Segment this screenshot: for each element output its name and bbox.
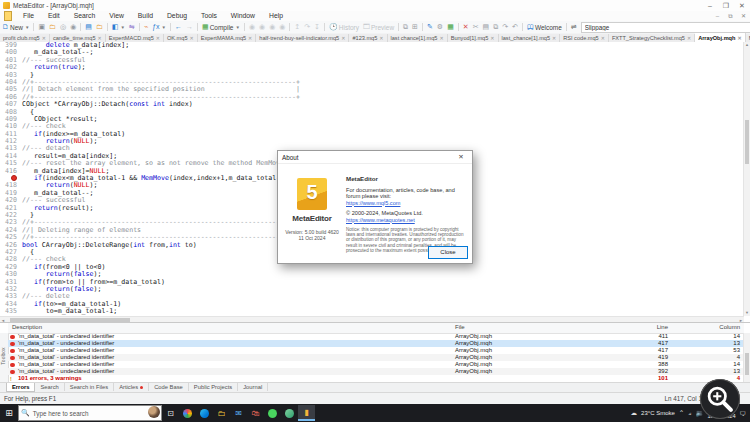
metaquotes-link[interactable]: https://www.metaquotes.net	[346, 217, 466, 224]
zoom-overlay-button[interactable]	[700, 379, 740, 419]
redo-button[interactable]: ↷	[500, 22, 510, 33]
telegram-icon[interactable]	[281, 405, 298, 421]
navigate-forward-button[interactable]: →	[184, 22, 195, 33]
error-row[interactable]: 'm_data_total' - undeclared identifierAr…	[8, 354, 744, 361]
file-explorer-icon[interactable]: 🗀	[213, 405, 230, 421]
about-button[interactable]: ◉	[68, 22, 78, 33]
tab-close-icon[interactable]: ✕	[98, 35, 102, 41]
notification-center-icon[interactable]: 🗨	[740, 410, 747, 417]
close-icon[interactable]: ✕	[734, 0, 750, 11]
tray-chevron-icon[interactable]: ⌃	[679, 409, 684, 417]
start-button[interactable]: ⊞	[0, 408, 18, 418]
open-file-button[interactable]: ▣	[36, 22, 47, 33]
step-into-button[interactable]: ↧	[312, 22, 322, 33]
tab-expertmama-mq5[interactable]: ExpertMAMA.mq5✕	[198, 34, 257, 42]
copy-path-button[interactable]: ⧉	[401, 22, 410, 33]
tab-close-icon[interactable]: ✕	[687, 35, 691, 41]
panel-tab-code-base[interactable]: Code Base	[149, 383, 189, 391]
maximize-icon[interactable]: ❐	[718, 0, 734, 11]
col-line[interactable]: Line	[618, 324, 668, 330]
step-out-button[interactable]: ↥	[292, 22, 302, 33]
error-row[interactable]: 'm_data_total' - undeclared identifierAr…	[8, 368, 744, 375]
mql5-link[interactable]: https://www.mql5.com	[346, 200, 466, 207]
tab-close-icon[interactable]: ✕	[379, 35, 383, 41]
debug-pause-button[interactable]: ◉	[257, 22, 267, 33]
save-button[interactable]: ▤	[83, 22, 94, 33]
menu-window[interactable]: Window	[224, 12, 262, 19]
history-button[interactable]: 🕒History	[327, 22, 361, 33]
settings-button[interactable]: ⚙	[435, 22, 445, 33]
tab-last-chance-1-mq5[interactable]: last chance[1].mq5✕	[388, 34, 448, 42]
tab-rsi-code-mq5[interactable]: RSI code.mq5✕	[560, 34, 609, 42]
edge-icon[interactable]	[196, 405, 213, 421]
panel-tab-errors[interactable]: Errors	[6, 383, 35, 392]
minimize-icon[interactable]: –	[702, 0, 718, 11]
tab-close-icon[interactable]: ✕	[601, 35, 605, 41]
menu-help[interactable]: Help	[262, 12, 290, 19]
paste-button[interactable]: ▤	[481, 22, 492, 33]
panel-tab-search[interactable]: Search	[35, 383, 64, 391]
tab-close-icon[interactable]: ✕	[156, 35, 160, 41]
panel-tab-search-in-files[interactable]: Search in Files	[65, 383, 114, 391]
tab-close-icon[interactable]: ✕	[341, 35, 345, 41]
error-row[interactable]: 'm_data_total' - undeclared identifierAr…	[8, 347, 744, 354]
about-close-button[interactable]: Close	[428, 246, 468, 259]
col-column[interactable]: Column	[688, 324, 740, 330]
error-row[interactable]: 'm_data_total' - undeclared identifierAr…	[8, 340, 744, 347]
panel-tab-articles[interactable]: Articles	[114, 383, 149, 391]
tab-profit-club-mq5[interactable]: profit club.mq5✕	[0, 34, 50, 42]
tab-last-chance-1-mq5[interactable]: last_chance[1].mq5✕	[499, 34, 561, 42]
tab-half-trend-buy-sell-indicator-mq5[interactable]: half-trend-buy-sell-indicator.mq5✕	[256, 34, 349, 42]
menu-build[interactable]: Build	[131, 12, 160, 19]
store-icon[interactable]: 🛍	[247, 405, 264, 421]
edit-button[interactable]: ✎	[425, 22, 435, 33]
menu-edit[interactable]: Edit	[41, 12, 67, 19]
error-row[interactable]: 'm_data_total' - undeclared identifierAr…	[8, 333, 744, 340]
copy-button[interactable]: ⧉	[491, 22, 500, 33]
task-view-icon[interactable]: ⊡	[162, 405, 179, 421]
open-folder-button[interactable]: 🗀	[47, 22, 58, 33]
cut-button[interactable]: ✂	[471, 22, 481, 33]
network-icon[interactable]: ⟓	[688, 409, 691, 417]
debug-start-button[interactable]: ◉	[247, 22, 257, 33]
mdi-minimize-icon[interactable]: –	[711, 11, 724, 22]
menu-tools[interactable]: Tools	[194, 12, 224, 19]
col-description[interactable]: Description	[12, 324, 42, 330]
tab-megaspikes-bbc-mt5-mq5[interactable]: MegaSpikes BBC-Mt5.mq5✕	[746, 34, 750, 42]
menu-search[interactable]: Search	[67, 12, 103, 19]
tab-expertmacd-mq5[interactable]: ExpertMACD.mq5✕	[106, 34, 164, 42]
compile-button[interactable]: ▦Compile▼	[200, 22, 242, 33]
tab-bunyod-1-mq5[interactable]: Bunyod[1].mq5✕	[448, 34, 499, 42]
tab-ok-mq5[interactable]: OK.mq5✕	[164, 34, 198, 42]
mql5-storage-button[interactable]: ▦	[445, 22, 456, 33]
tab-close-icon[interactable]: ✕	[42, 35, 46, 41]
search-options-button[interactable]: ⇌	[569, 22, 579, 33]
tab-arrayobj-mqh[interactable]: ArrayObj.mqh✕	[695, 33, 746, 42]
delete-button[interactable]: ✕	[461, 22, 471, 33]
format-button[interactable]: ⇋	[127, 22, 137, 33]
error-row[interactable]: 'm_data_total' - undeclared identifierAr…	[8, 361, 744, 368]
tab-close-icon[interactable]: ✕	[439, 35, 443, 41]
tab-close-icon[interactable]: ✕	[248, 35, 252, 41]
tab-candle-time-mq5[interactable]: candle_time.mq5✕	[50, 34, 106, 42]
styler-button[interactable]: ◧▼	[110, 22, 127, 33]
tab-close-icon[interactable]: ✕	[490, 35, 494, 41]
volume-icon[interactable]: 🔉	[695, 409, 703, 417]
menu-view[interactable]: View	[102, 12, 131, 19]
whatsapp-icon[interactable]	[264, 405, 281, 421]
navigate-back-button[interactable]: ←	[173, 22, 184, 33]
functions-button[interactable]: ƒx▼	[150, 22, 168, 33]
tab-close-icon[interactable]: ✕	[552, 35, 556, 41]
search-highlight-icon[interactable]	[148, 406, 160, 418]
error-marker-icon[interactable]	[11, 175, 17, 181]
panel-tab-public-projects[interactable]: Public Projects	[189, 383, 238, 391]
menu-file[interactable]: File	[16, 12, 41, 19]
search-input[interactable]	[581, 22, 750, 33]
data-folder-button[interactable]: 🗀	[94, 22, 105, 33]
errors-scrollbar[interactable]	[743, 333, 750, 382]
debug-stop-button[interactable]: ◉	[267, 22, 277, 33]
about-dialog-close-icon[interactable]: ✕	[454, 153, 468, 161]
tab-fxtt-strategychecklist-mq5[interactable]: FXTT_StrategyChecklist.mq5✕	[609, 34, 695, 42]
undo-button[interactable]: ↶	[510, 22, 520, 33]
error-summary-row[interactable]: !101 errors, 3 warnings1014	[8, 375, 744, 382]
